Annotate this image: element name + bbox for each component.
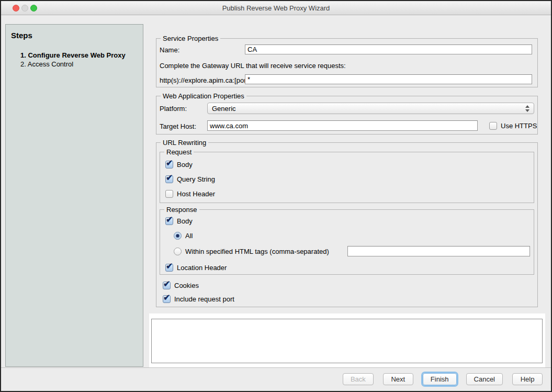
- output-panel: [149, 313, 545, 367]
- platform-dropdown[interactable]: Generic: [207, 103, 534, 114]
- include-request-port-checkbox-box[interactable]: [163, 295, 171, 303]
- finish-button[interactable]: Finish: [423, 373, 457, 385]
- gateway-prefix-label: http(s)://explore.apim.ca:[port]/: [160, 76, 252, 84]
- response-all-label: All: [185, 232, 193, 240]
- response-legend: Response: [164, 206, 199, 214]
- location-header-checkbox-box[interactable]: [165, 264, 173, 272]
- include-request-port-label: Include request port: [174, 295, 234, 303]
- request-query-string-checkbox[interactable]: Query String: [165, 175, 215, 183]
- request-group: Request Body Query String Host Header: [160, 152, 534, 203]
- cookies-label: Cookies: [174, 282, 199, 289]
- include-request-port-checkbox[interactable]: Include request port: [163, 295, 234, 303]
- target-host-input[interactable]: [207, 120, 478, 131]
- request-body-checkbox-box[interactable]: [165, 161, 173, 169]
- name-label: Name:: [160, 46, 179, 54]
- gateway-path-input[interactable]: [245, 74, 532, 84]
- gateway-instruction: Complete the Gateway URL that will recei…: [160, 62, 346, 70]
- request-host-header-label: Host Header: [177, 190, 215, 198]
- service-name-input[interactable]: [245, 44, 532, 54]
- steps-list: 1. Configure Reverse Web Proxy 2. Access…: [11, 51, 138, 69]
- request-query-string-label: Query String: [177, 175, 215, 183]
- location-header-label: Location Header: [177, 264, 227, 272]
- service-properties-legend: Service Properties: [161, 35, 220, 42]
- title-bar: Publish Reverse Web Proxy Wizard: [1, 1, 551, 15]
- step-item-configure-reverse-web-proxy: 1. Configure Reverse Web Proxy: [20, 51, 138, 60]
- cookies-checkbox[interactable]: Cookies: [163, 281, 199, 289]
- request-body-checkbox[interactable]: Body: [165, 160, 193, 169]
- location-header-checkbox[interactable]: Location Header: [165, 263, 227, 272]
- response-body-label: Body: [177, 217, 193, 225]
- dropdown-stepper-icon: [525, 105, 530, 112]
- cookies-checkbox-box[interactable]: [163, 282, 171, 289]
- response-body-checkbox-box[interactable]: [165, 217, 173, 225]
- response-tags-label: Within specified HTML tags (comma-separa…: [185, 248, 329, 255]
- step-item-access-control: 2. Access Control: [20, 60, 138, 69]
- response-all-radio[interactable]: All: [174, 231, 193, 240]
- web-application-properties-legend: Web Application Properties: [161, 92, 246, 100]
- footer-bar: Back Next Finish Cancel Help: [1, 367, 551, 391]
- service-properties-group: Service Properties Name: Complete the Ga…: [156, 38, 538, 87]
- back-button[interactable]: Back: [343, 373, 374, 385]
- response-tags-radio-circle[interactable]: [174, 248, 182, 255]
- steps-heading: Steps: [11, 31, 138, 40]
- url-rewriting-legend: URL Rewriting: [161, 139, 208, 147]
- cancel-button[interactable]: Cancel: [466, 373, 503, 385]
- response-group: Response Body All Within specified HTML …: [160, 209, 534, 275]
- html-tags-input[interactable]: [347, 246, 530, 256]
- window-title: Publish Reverse Web Proxy Wizard: [1, 4, 551, 12]
- request-body-label: Body: [177, 161, 193, 169]
- web-application-properties-group: Web Application Properties Platform: Gen…: [156, 96, 538, 135]
- request-query-string-checkbox-box[interactable]: [165, 175, 173, 183]
- help-button[interactable]: Help: [512, 373, 543, 385]
- request-legend: Request: [164, 148, 194, 156]
- response-body-checkbox[interactable]: Body: [165, 217, 193, 225]
- use-https-checkbox-box[interactable]: [489, 122, 497, 130]
- response-tags-radio[interactable]: Within specified HTML tags (comma-separa…: [174, 247, 329, 255]
- wizard-window: Publish Reverse Web Proxy Wizard Steps 1…: [0, 0, 552, 392]
- target-host-label: Target Host:: [160, 122, 196, 130]
- use-https-checkbox[interactable]: Use HTTPS: [489, 121, 537, 130]
- output-textarea[interactable]: [151, 319, 543, 363]
- request-host-header-checkbox[interactable]: Host Header: [165, 189, 215, 198]
- platform-label: Platform:: [160, 105, 187, 113]
- use-https-label: Use HTTPS: [501, 122, 537, 130]
- platform-selected-value: Generic: [212, 105, 236, 113]
- url-rewriting-group: URL Rewriting Request Body Query String …: [156, 142, 538, 307]
- steps-sidebar: Steps 1. Configure Reverse Web Proxy 2. …: [5, 24, 143, 367]
- next-button[interactable]: Next: [383, 373, 413, 385]
- response-all-radio-circle[interactable]: [174, 232, 182, 240]
- button-row: Back Next Finish Cancel Help: [343, 373, 543, 385]
- request-host-header-checkbox-box[interactable]: [165, 190, 173, 198]
